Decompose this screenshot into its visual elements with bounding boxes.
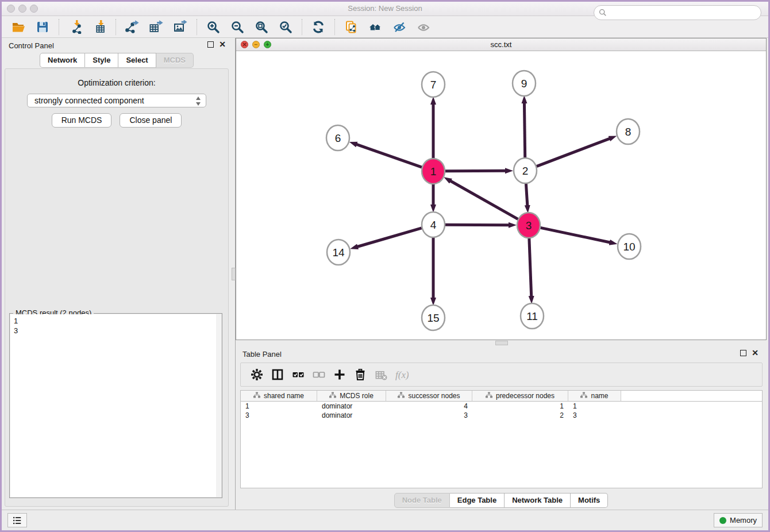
network-canvas[interactable]: 1234678910111415 xyxy=(236,52,766,340)
graph-edge-1-6[interactable] xyxy=(356,144,422,167)
network-window-titlebar: ✕ − + scc.txt xyxy=(236,38,766,51)
first-neighbors-icon[interactable] xyxy=(365,18,385,36)
mcds-result-box: MCDS result (2 nodes) 13 xyxy=(9,313,222,498)
deselect-all-icon[interactable] xyxy=(309,365,329,384)
column-header-MCDS-role[interactable]: MCDS role xyxy=(317,391,386,402)
zoom-fit-icon[interactable] xyxy=(252,18,271,36)
column-header-predecessor-nodes[interactable]: predecessor nodes xyxy=(472,391,568,402)
mcds-pane: Optimization criterion: strongly connect… xyxy=(5,68,229,507)
column-header-name[interactable]: name xyxy=(568,391,621,402)
clone-network-icon[interactable] xyxy=(341,18,361,36)
toolbar-separator xyxy=(197,19,197,35)
control-panel-tabs: NetworkStyleSelectMCDS xyxy=(2,53,232,68)
run-mcds-button[interactable]: Run MCDS xyxy=(52,113,112,128)
toolbar-separator xyxy=(334,19,335,35)
refresh-icon[interactable] xyxy=(309,18,328,36)
graph-edge-3-11[interactable] xyxy=(529,237,532,296)
column-type-icon xyxy=(253,392,260,400)
delete-table-icon xyxy=(371,365,391,384)
graph-edge-3-10[interactable] xyxy=(541,228,610,242)
export-table-icon[interactable] xyxy=(147,18,166,36)
graph-node-label: 7 xyxy=(430,79,437,91)
splitter-handle[interactable] xyxy=(232,268,236,280)
tab-node-table[interactable]: Node Table xyxy=(394,493,450,508)
table-header-row: shared nameMCDS rolesuccessor nodesprede… xyxy=(241,391,762,402)
graph-node-label: 15 xyxy=(427,312,439,324)
zoom-out-icon[interactable] xyxy=(228,18,247,36)
column-label: shared name xyxy=(264,392,304,400)
table-cell[interactable]: 3 xyxy=(568,411,621,420)
save-session-icon[interactable] xyxy=(33,18,52,36)
splitter-handle[interactable] xyxy=(495,341,508,345)
table-cell[interactable]: 3 xyxy=(386,411,472,420)
tab-style[interactable]: Style xyxy=(85,53,118,68)
float-panel-icon[interactable] xyxy=(207,41,214,48)
graph-edge-2-8[interactable] xyxy=(537,138,610,166)
search-input[interactable] xyxy=(610,8,756,18)
float-panel-icon[interactable] xyxy=(740,350,746,356)
column-header-shared-name[interactable]: shared name xyxy=(241,391,317,402)
graph-edge-4-14[interactable] xyxy=(357,228,422,247)
table-cell[interactable]: dominator xyxy=(317,411,386,420)
export-image-icon[interactable] xyxy=(171,18,190,36)
horizontal-splitter[interactable] xyxy=(236,340,768,346)
tab-mcds[interactable]: MCDS xyxy=(156,53,194,68)
table-cell[interactable]: 2 xyxy=(472,411,568,420)
optimization-criterion-label: Optimization criterion: xyxy=(5,78,228,87)
import-table-icon[interactable] xyxy=(90,18,109,36)
column-type-icon xyxy=(580,392,587,400)
graph-node-label: 2 xyxy=(522,165,529,177)
memory-button[interactable]: Memory xyxy=(714,513,763,527)
graph-node-label: 10 xyxy=(623,241,635,253)
table-cell[interactable]: 1 xyxy=(241,402,317,411)
graph-edge-4-3[interactable] xyxy=(445,225,509,225)
table-body: 1dominator4113dominator323 xyxy=(241,402,762,420)
control-panel-header: Control Panel ✕ xyxy=(2,38,232,53)
table-cell[interactable]: dominator xyxy=(317,402,386,411)
column-header-successor-nodes[interactable]: successor nodes xyxy=(386,391,472,402)
column-type-icon xyxy=(329,392,336,400)
task-history-button[interactable] xyxy=(7,513,27,527)
search-box[interactable] xyxy=(594,5,761,20)
table-cell[interactable]: 4 xyxy=(386,402,472,411)
mcds-result-text[interactable]: 13 xyxy=(10,314,221,497)
create-column-icon[interactable] xyxy=(329,365,350,384)
export-network-icon[interactable] xyxy=(122,18,142,36)
graph-node-label: 3 xyxy=(526,219,532,232)
graph-edge-2-9[interactable] xyxy=(524,103,525,159)
graph-node-label: 14 xyxy=(332,246,345,259)
zoom-in-icon[interactable] xyxy=(203,18,223,36)
zoom-selected-icon[interactable] xyxy=(276,18,295,36)
close-panel-button[interactable]: Close panel xyxy=(120,113,182,128)
tab-edge-table[interactable]: Edge Table xyxy=(450,493,505,508)
tab-select[interactable]: Select xyxy=(118,53,156,68)
import-network-icon[interactable] xyxy=(66,18,85,36)
open-file-icon[interactable] xyxy=(9,18,28,36)
graph-edge-1-2[interactable] xyxy=(445,171,506,171)
tab-network[interactable]: Network xyxy=(40,53,85,68)
delete-columns-icon[interactable] xyxy=(350,365,371,384)
close-panel-icon[interactable]: ✕ xyxy=(752,350,759,356)
select-all-icon[interactable] xyxy=(288,365,309,384)
graph-edge-2-3[interactable] xyxy=(526,183,528,206)
control-panel: Control Panel ✕ NetworkStyleSelectMCDS O… xyxy=(2,38,232,510)
status-bar: Memory xyxy=(2,510,768,530)
table-row[interactable]: 3dominator323 xyxy=(241,411,762,420)
control-panel-title: Control Panel xyxy=(9,41,54,50)
graph-edge-3-1[interactable] xyxy=(451,181,518,219)
table-row[interactable]: 1dominator411 xyxy=(241,402,762,411)
tab-motifs[interactable]: Motifs xyxy=(571,493,608,508)
criterion-dropdown[interactable]: strongly connected component xyxy=(27,94,206,107)
tab-network-table[interactable]: Network Table xyxy=(505,493,571,508)
hide-details-icon[interactable] xyxy=(390,18,409,36)
result-line: 3 xyxy=(14,326,218,336)
close-panel-icon[interactable]: ✕ xyxy=(219,41,226,48)
column-type-icon xyxy=(486,392,492,400)
table-options-gear-icon[interactable] xyxy=(247,365,267,384)
show-columns-icon[interactable] xyxy=(267,365,288,384)
vertical-splitter[interactable] xyxy=(232,38,236,510)
table-cell[interactable]: 1 xyxy=(472,402,568,411)
table-cell[interactable]: 3 xyxy=(241,411,317,420)
result-scrollbar[interactable] xyxy=(216,314,221,497)
table-cell[interactable]: 1 xyxy=(568,402,621,411)
